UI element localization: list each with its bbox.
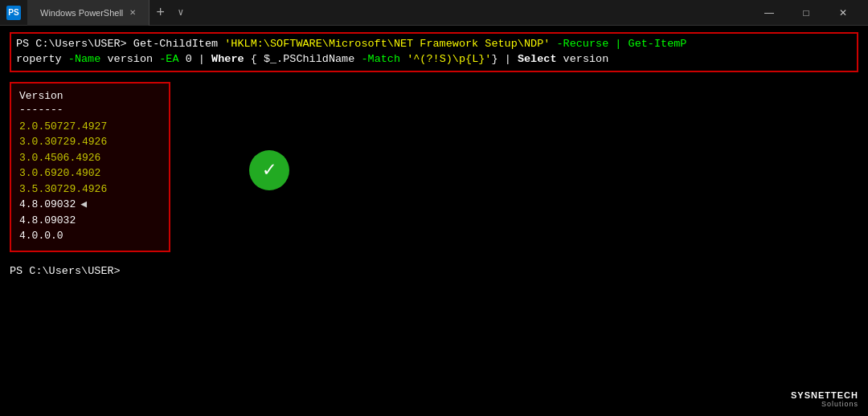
window-controls: — □ ✕ xyxy=(751,0,862,26)
active-tab[interactable]: Windows PowerShell ✕ xyxy=(27,0,149,26)
maximize-button[interactable]: □ xyxy=(788,0,825,26)
titlebar: PS Windows PowerShell ✕ + ∨ — □ ✕ xyxy=(0,0,868,26)
app-icon: PS xyxy=(6,6,21,20)
list-item: 3.0.30729.4926 xyxy=(19,134,161,150)
close-button[interactable]: ✕ xyxy=(825,0,862,26)
command-regex-string: '^(?!S)\p{L}' xyxy=(407,53,491,65)
list-item: 3.0.6920.4902 xyxy=(19,165,161,181)
command-where-keyword: Where xyxy=(211,53,244,65)
command-prompt: PS C:\Users\USER> xyxy=(16,38,127,50)
terminal-window[interactable]: PS C:\Users\USER> Get-ChildItem 'HKLM:\S… xyxy=(0,26,868,416)
command-ea-param: -EA xyxy=(159,53,178,65)
command-name-param: -Name xyxy=(68,53,101,65)
command-pschildname: $_.PSChildName xyxy=(264,53,362,65)
list-item: 3.5.30729.4926 xyxy=(19,181,161,198)
command-pipe-where: 0 | xyxy=(179,53,212,65)
command-brace-open: { xyxy=(244,53,264,65)
output-block: Version ------- 2.0.50727.4927 3.0.30729… xyxy=(10,82,170,252)
command-block: PS C:\Users\USER> Get-ChildItem 'HKLM:\S… xyxy=(10,32,858,72)
minimize-button[interactable]: — xyxy=(751,0,788,26)
command-select-version: version xyxy=(557,53,609,65)
mouse-cursor: ◀ xyxy=(80,197,87,213)
list-item: 4.0.0.0 xyxy=(19,228,161,244)
watermark-brand: SYSNETTECH xyxy=(791,390,858,400)
success-indicator: ✓ xyxy=(249,150,289,190)
bottom-prompt: PS C:\Users\USER> xyxy=(10,265,858,277)
command-match-param: -Match xyxy=(361,53,400,65)
command-string-1: 'HKLM:\SOFTWARE\Microsoft\NET Framework … xyxy=(224,38,550,50)
watermark-sub: Solutions xyxy=(791,400,858,408)
tab-dropdown-button[interactable]: ∨ xyxy=(171,0,190,26)
version-column-header: Version xyxy=(19,90,161,102)
list-item: 2.0.50727.4927 xyxy=(19,119,161,135)
tab-close-icon[interactable]: ✕ xyxy=(129,8,136,17)
tab-label: Windows PowerShell xyxy=(40,8,123,18)
checkmark-icon: ✓ xyxy=(263,160,276,181)
new-tab-button[interactable]: + xyxy=(149,0,171,26)
version-divider: ------- xyxy=(19,104,161,116)
watermark: SYSNETTECH Solutions xyxy=(791,390,858,408)
list-item: 4.8.09032◀ xyxy=(19,197,161,213)
command-space xyxy=(400,53,407,65)
command-version-text: version xyxy=(100,53,159,65)
command-roperty: roperty xyxy=(16,53,68,65)
command-select-keyword: Select xyxy=(518,53,557,65)
command-pipe-select: } | xyxy=(491,53,517,65)
list-item: 4.8.09032 xyxy=(19,213,161,229)
command-recurse: -Recurse | Get-ItemP xyxy=(550,38,686,50)
list-item: 3.0.4506.4926 xyxy=(19,150,161,166)
command-text-1: Get-ChildItem xyxy=(127,38,225,50)
